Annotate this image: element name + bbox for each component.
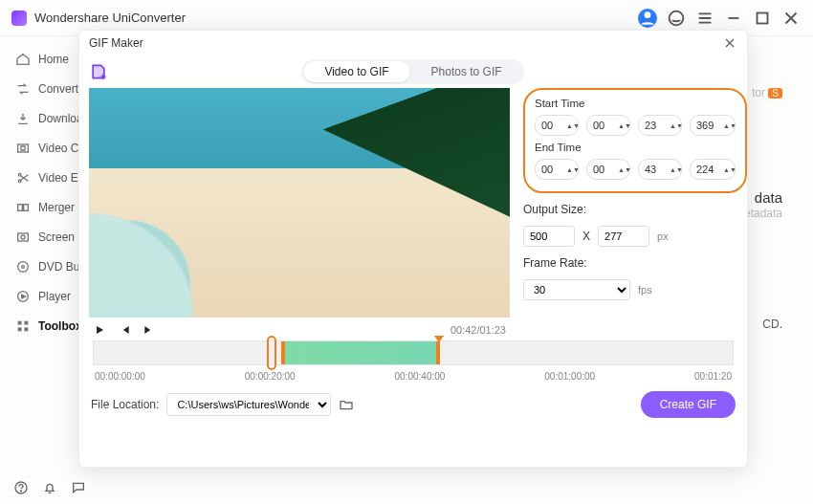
svg-point-1 (670, 11, 684, 25)
frame-rate-select[interactable]: 30 (523, 279, 630, 300)
sidebar-item-player[interactable]: Player (10, 283, 86, 310)
status-bar (0, 471, 813, 504)
app-logo-icon (11, 11, 27, 26)
sidebar-item-toolbox[interactable]: Toolbox (10, 313, 86, 340)
sidebar-item-downloader[interactable]: Downloader (10, 105, 86, 132)
stepper-arrows-icon[interactable]: ▲▼ (670, 123, 677, 128)
ruler-tick: 00:01:00:00 (544, 371, 595, 382)
bell-icon[interactable] (42, 480, 57, 495)
ruler-tick: 00:00:20:00 (245, 371, 296, 382)
stepper-arrows-icon[interactable]: ▲▼ (723, 123, 731, 128)
svg-rect-15 (18, 327, 22, 331)
sidebar-item-converter[interactable]: Converter (10, 76, 86, 102)
add-file-icon[interactable] (89, 62, 108, 81)
stepper-arrows-icon[interactable]: ▲▼ (723, 167, 731, 172)
minimize-button[interactable] (723, 8, 744, 29)
output-height[interactable] (598, 226, 649, 247)
start-hours[interactable]: ▲▼ (535, 115, 579, 136)
close-button[interactable] (780, 8, 802, 29)
start-minutes[interactable]: ▲▼ (586, 115, 630, 136)
file-location-select[interactable]: C:\Users\ws\Pictures\Wonders (166, 393, 331, 416)
modal-footer: File Location: C:\Users\ws\Pictures\Wond… (79, 382, 747, 418)
prev-frame-button[interactable] (118, 323, 131, 337)
start-time-label: Start Time (535, 98, 736, 109)
svg-rect-16 (24, 327, 28, 331)
sidebar-item-recorder[interactable]: Screen Recorder (10, 224, 86, 251)
app-root: Wondershare UniConverter Home Converter … (0, 0, 813, 504)
sidebar-item-label: Merger (38, 201, 75, 214)
next-frame-button[interactable] (143, 323, 156, 337)
feedback-icon[interactable] (71, 480, 86, 495)
svg-point-4 (18, 173, 21, 176)
playback-controls: 00:42/01:23 (89, 318, 510, 337)
close-icon[interactable] (722, 35, 737, 51)
sidebar-item-editor[interactable]: Video Editor (10, 164, 86, 191)
home-icon (15, 52, 31, 67)
svg-rect-6 (18, 205, 23, 211)
end-ms[interactable]: ▲▼ (690, 159, 736, 180)
frame-rate-label: Frame Rate: (523, 256, 747, 270)
toolbox-icon (15, 318, 31, 334)
start-ms[interactable]: ▲▼ (690, 115, 736, 136)
stepper-arrows-icon[interactable]: ▲▼ (566, 123, 574, 128)
app-title: Wondershare UniConverter (34, 11, 186, 25)
end-hours[interactable]: ▲▼ (535, 159, 579, 180)
tab-video-to-gif[interactable]: Video to GIF (303, 61, 409, 82)
bg-text: etadata (744, 207, 782, 220)
create-gif-button[interactable]: Create GIF (641, 391, 736, 418)
options-column: Start Time ▲▼ ▲▼ ▲▼ ▲▼ End Time ▲▼ ▲▼ ▲▼… (523, 88, 747, 337)
sidebar-item-label: Toolbox (38, 319, 82, 333)
svg-rect-14 (24, 321, 28, 325)
output-size-label: Output Size: (523, 203, 747, 216)
scissors-icon (15, 170, 31, 186)
svg-point-11 (22, 266, 25, 269)
stepper-arrows-icon[interactable]: ▲▼ (670, 167, 677, 172)
modal-title: GIF Maker (89, 36, 143, 50)
video-preview[interactable] (89, 88, 510, 318)
playback-time: 00:42/01:23 (450, 324, 506, 336)
download-icon (15, 111, 31, 126)
start-seconds[interactable]: ▲▼ (638, 115, 682, 136)
open-folder-icon[interactable] (339, 397, 354, 412)
svg-point-0 (645, 11, 651, 18)
playhead-icon[interactable] (434, 336, 444, 342)
sidebar-item-merger[interactable]: Merger (10, 194, 86, 221)
svg-point-10 (18, 262, 29, 273)
stepper-arrows-icon[interactable]: ▲▼ (566, 167, 574, 172)
sidebar-item-home[interactable]: Home (10, 46, 86, 73)
maximize-button[interactable] (752, 8, 773, 29)
sidebar-item-compressor[interactable]: Video Compressor (10, 135, 86, 162)
gif-maker-modal: GIF Maker Video to GIF Photos to GIF 00:… (78, 30, 748, 468)
output-size-row: X px (523, 226, 747, 247)
time-range-group: Start Time ▲▼ ▲▼ ▲▼ ▲▼ End Time ▲▼ ▲▼ ▲▼… (523, 88, 747, 193)
modal-toolbar: Video to GIF Photos to GIF (79, 55, 747, 88)
end-seconds[interactable]: ▲▼ (638, 159, 682, 180)
end-minutes[interactable]: ▲▼ (586, 159, 630, 180)
selection-clip[interactable] (281, 341, 440, 364)
svg-rect-7 (24, 205, 29, 211)
support-icon[interactable] (666, 8, 687, 29)
ruler-tick: 00:00:40:00 (395, 371, 446, 382)
modal-header: GIF Maker (79, 31, 747, 55)
svg-point-18 (20, 491, 21, 492)
ruler-tick: 00:00:00:00 (95, 371, 145, 382)
stepper-arrows-icon[interactable]: ▲▼ (618, 123, 626, 128)
fps-unit: fps (638, 284, 652, 296)
converter-icon (15, 81, 31, 97)
menu-icon[interactable] (694, 8, 715, 29)
play-button[interactable] (93, 323, 106, 337)
sidebar-item-dvd[interactable]: DVD Burner (10, 253, 86, 280)
svg-rect-8 (18, 233, 29, 241)
file-location-label: File Location: (91, 398, 159, 411)
disc-icon (15, 259, 31, 274)
tab-photos-to-gif[interactable]: Photos to GIF (410, 61, 523, 82)
sidebar: Home Converter Downloader Video Compress… (0, 36, 86, 504)
output-width[interactable] (523, 226, 575, 247)
record-icon (15, 230, 31, 245)
stepper-arrows-icon[interactable]: ▲▼ (618, 167, 626, 172)
help-icon[interactable] (13, 480, 29, 495)
account-avatar[interactable] (637, 8, 658, 29)
timeline-track[interactable] (93, 340, 734, 365)
compress-icon (15, 141, 31, 156)
svg-point-5 (18, 180, 21, 183)
